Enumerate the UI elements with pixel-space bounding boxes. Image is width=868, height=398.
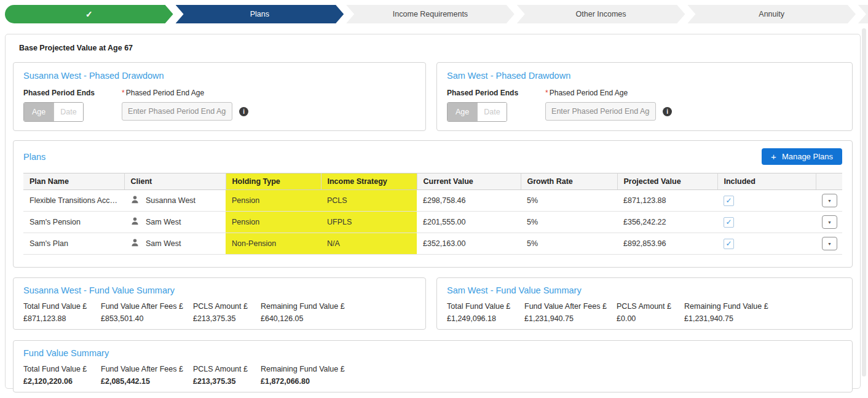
summary-item: Fund Value After Fees £ £1,231,940.75 <box>524 302 617 323</box>
current-value-cell: £201,555.00 <box>417 212 521 233</box>
projected-value-cell: £356,242.22 <box>617 212 717 233</box>
summary-item: PCLS Amount £ £213,375.35 <box>193 365 261 386</box>
column-header-projected-value[interactable]: Projected Value <box>617 173 717 190</box>
check-icon: ✓ <box>85 9 93 19</box>
summary-value: £1,231,940.75 <box>684 314 768 323</box>
manage-plans-button[interactable]: + Manage Plans <box>762 148 842 165</box>
phased-drawdown-panel-susanna: Susanna West - Phased Drawdown Phased Pe… <box>13 62 426 131</box>
summary-item: Total Fund Value £ £2,120,220.06 <box>23 365 101 386</box>
panel-title: Sam West - Phased Drawdown <box>447 71 842 81</box>
wizard-step-label: Annuity <box>759 10 784 18</box>
person-icon <box>130 195 140 206</box>
column-header-current-value[interactable]: Current Value <box>417 173 521 190</box>
table-row: Flexible Transitions Accou... Susanna We… <box>23 190 842 212</box>
summary-value: £2,120,220.06 <box>23 377 101 386</box>
summary-value: £853,501.40 <box>101 314 193 323</box>
summary-label: Fund Value After Fees £ <box>524 302 617 311</box>
fund-value-summary-panel-susanna: Susanna West - Fund Value Summary Total … <box>13 277 426 330</box>
age-date-toggle: Age Date <box>447 102 507 122</box>
summary-item: Total Fund Value £ £871,123.88 <box>23 302 101 323</box>
age-toggle-button[interactable]: Age <box>448 103 477 121</box>
summary-item: Remaining Fund Value £ £1,872,066.80 <box>261 365 345 386</box>
summary-item: Remaining Fund Value £ £640,126.05 <box>261 302 345 323</box>
wizard-step-plans[interactable]: Plans <box>176 5 344 23</box>
current-value-cell: £298,758.46 <box>417 190 521 212</box>
summary-label: PCLS Amount £ <box>193 302 261 311</box>
summary-value: £640,126.05 <box>261 314 345 323</box>
summary-label: PCLS Amount £ <box>193 365 261 373</box>
included-checkbox[interactable]: ✓ <box>724 217 734 228</box>
date-toggle-button[interactable]: Date <box>53 103 83 121</box>
summary-value: £1,249,096.18 <box>447 314 524 323</box>
holding-type-cell: Non-Pension <box>226 233 321 255</box>
current-value-cell: £352,163.00 <box>417 233 521 255</box>
summary-item: Fund Value After Fees £ £853,501.40 <box>101 302 193 323</box>
plan-name-cell: Sam's Pension <box>23 212 124 233</box>
client-cell: Sam West <box>124 233 226 255</box>
phased-drawdown-panel-sam: Sam West - Phased Drawdown Phased Period… <box>436 62 853 131</box>
column-header-client[interactable]: Client <box>124 173 226 190</box>
plans-table: Plan Name Client Holding Type Income Str… <box>23 173 842 255</box>
column-header-holding-type[interactable]: Holding Type <box>226 173 321 190</box>
column-header-income-strategy[interactable]: Income Strategy <box>321 173 417 190</box>
row-dropdown-button[interactable]: ▼ <box>822 215 837 229</box>
age-toggle-button[interactable]: Age <box>24 103 53 121</box>
growth-rate-cell: 5% <box>521 212 617 233</box>
wizard-step-label: Income Requirements <box>393 10 468 18</box>
summary-title: Susanna West - Fund Value Summary <box>23 285 416 295</box>
scrollbar-track <box>862 28 867 379</box>
table-row: Sam's Pension Sam West Pension UFPLS £20… <box>23 212 842 233</box>
holding-type-cell: Pension <box>226 190 321 212</box>
income-strategy-cell: PCLS <box>321 190 417 212</box>
client-cell: Sam West <box>124 212 226 233</box>
column-header-growth-rate[interactable]: Growth Rate <box>521 173 617 190</box>
wizard-step-income-requirements[interactable]: Income Requirements <box>346 5 515 23</box>
summary-value: £1,872,066.80 <box>261 377 345 386</box>
summary-item: PCLS Amount £ £0.00 <box>617 302 684 323</box>
summary-item: PCLS Amount £ £213,375.35 <box>193 302 261 323</box>
wizard-step-completed[interactable]: ✓ <box>5 5 173 23</box>
age-date-toggle: Age Date <box>23 102 84 122</box>
column-header-actions <box>816 173 842 190</box>
phased-period-end-age-input[interactable] <box>122 102 232 121</box>
summary-label: PCLS Amount £ <box>617 302 684 311</box>
included-cell: ✓ <box>717 212 816 233</box>
summary-label: Fund Value After Fees £ <box>101 365 193 373</box>
summary-label: Remaining Fund Value £ <box>261 365 345 373</box>
fund-value-summary-panel-total: Fund Value Summary Total Fund Value £ £2… <box>13 340 853 392</box>
growth-rate-cell: 5% <box>521 233 617 255</box>
column-header-included[interactable]: Included <box>717 173 816 190</box>
included-checkbox[interactable]: ✓ <box>724 239 734 249</box>
wizard-steps: ✓ Plans Income Requirements Other Income… <box>5 5 868 23</box>
summary-label: Total Fund Value £ <box>23 302 101 311</box>
scrollbar-thumb[interactable] <box>862 28 866 376</box>
plus-icon: + <box>771 152 776 161</box>
main-container: Base Projected Value at Age 67 Susanna W… <box>5 34 861 389</box>
actions-cell: ▼ <box>816 233 842 255</box>
summary-value: £0.00 <box>617 314 684 323</box>
phased-period-ends-label: Phased Period Ends <box>23 89 95 97</box>
summary-item: Remaining Fund Value £ £1,231,940.75 <box>684 302 768 323</box>
actions-cell: ▼ <box>816 190 842 212</box>
info-icon[interactable]: i <box>663 107 672 116</box>
phased-period-end-age-label: *Phased Period End Age <box>545 89 672 97</box>
summary-value: £213,375.35 <box>193 377 261 386</box>
row-dropdown-button[interactable]: ▼ <box>822 237 837 250</box>
row-dropdown-button[interactable]: ▼ <box>822 194 837 207</box>
holding-type-cell: Pension <box>226 212 321 233</box>
panel-title: Susanna West - Phased Drawdown <box>23 71 416 81</box>
column-header-plan-name[interactable]: Plan Name <box>23 173 124 190</box>
wizard-step-other-incomes[interactable]: Other Incomes <box>517 5 685 23</box>
summary-label: Total Fund Value £ <box>23 365 101 373</box>
phased-period-end-age-label: *Phased Period End Age <box>122 89 248 97</box>
wizard-step-annuity[interactable]: Annuity <box>687 5 856 23</box>
summary-item: Total Fund Value £ £1,249,096.18 <box>447 302 524 323</box>
info-icon[interactable]: i <box>239 107 248 116</box>
date-toggle-button[interactable]: Date <box>477 103 507 121</box>
included-checkbox[interactable]: ✓ <box>724 196 734 206</box>
summary-label: Remaining Fund Value £ <box>261 302 345 311</box>
summary-item: Fund Value After Fees £ £2,085,442.15 <box>101 365 193 386</box>
table-header-row: Plan Name Client Holding Type Income Str… <box>23 173 842 190</box>
plan-name-cell: Sam's Plan <box>23 233 124 255</box>
phased-period-end-age-input[interactable] <box>545 102 656 121</box>
